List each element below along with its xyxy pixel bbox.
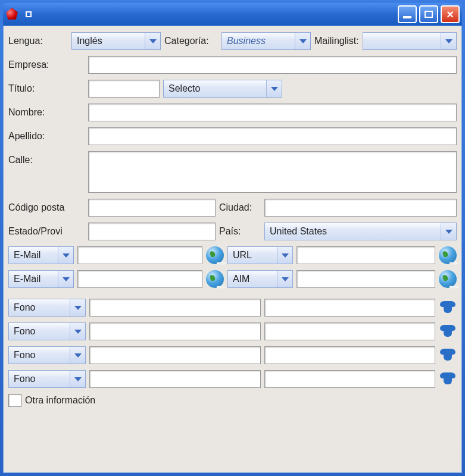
phone3-type-select[interactable]: Fono <box>8 346 86 364</box>
title-input[interactable] <box>88 80 160 98</box>
state-input[interactable] <box>88 223 216 240</box>
phone3-input[interactable] <box>89 346 261 364</box>
mailinglist-select[interactable] <box>363 32 457 50</box>
title-label: Título: <box>8 83 85 94</box>
salutation-value: Selecto <box>164 83 266 94</box>
country-select[interactable]: United States <box>264 223 457 240</box>
globe-icon[interactable] <box>206 246 224 264</box>
globe-icon[interactable] <box>439 246 457 264</box>
phone1-input[interactable] <box>89 299 261 317</box>
name-label: Nombre: <box>8 107 85 118</box>
phone-icon[interactable] <box>439 300 457 315</box>
category-label: Categoría: <box>164 36 218 46</box>
contact1-type-select[interactable]: E-Mail <box>8 246 74 264</box>
city-input[interactable] <box>264 199 457 217</box>
company-label: Empresa: <box>8 60 85 70</box>
chevron-down-icon <box>70 371 85 387</box>
country-label: País: <box>219 226 261 237</box>
country-value: United States <box>265 226 441 237</box>
chevron-down-icon <box>441 33 456 49</box>
contact2-input[interactable] <box>77 270 202 288</box>
street-label: Calle: <box>8 151 85 165</box>
minimize-button[interactable] <box>398 5 417 23</box>
globe-icon[interactable] <box>206 270 224 288</box>
state-label: Estado/Provi <box>8 226 85 237</box>
close-button[interactable]: × <box>441 5 460 23</box>
city-label: Ciudad: <box>219 202 261 213</box>
postalcode-input[interactable] <box>88 199 216 217</box>
chevron-down-icon <box>266 80 282 97</box>
phone-icon[interactable] <box>439 347 457 363</box>
contact1b-input[interactable] <box>297 246 435 264</box>
chevron-down-icon <box>70 299 85 316</box>
contact2b-type-select[interactable]: AIM <box>227 270 293 288</box>
phone2-type-select[interactable]: Fono <box>8 322 86 340</box>
chevron-down-icon <box>277 271 292 287</box>
phone-icon[interactable] <box>439 371 457 387</box>
phone3b-input[interactable] <box>264 346 436 364</box>
globe-icon[interactable] <box>439 270 457 288</box>
chevron-down-icon <box>145 33 160 49</box>
contact2b-input[interactable] <box>297 270 435 288</box>
contact1-input[interactable] <box>77 246 202 264</box>
phone4-type-select[interactable]: Fono <box>8 370 86 388</box>
chevron-down-icon <box>58 247 73 264</box>
company-input[interactable] <box>88 56 457 74</box>
chevron-down-icon <box>441 223 456 240</box>
titlebar[interactable]: × <box>3 3 462 26</box>
street-input[interactable] <box>88 151 457 193</box>
window-frame: × Lengua: Inglés Categoría: Business Mai… <box>0 0 465 476</box>
phone1b-input[interactable] <box>264 299 436 317</box>
chevron-down-icon <box>70 323 85 340</box>
postalcode-label: Código posta <box>8 202 85 213</box>
chevron-down-icon <box>58 271 73 287</box>
category-value: Business <box>222 36 295 46</box>
mailinglist-label: Mailinglist: <box>314 36 359 46</box>
chevron-down-icon <box>277 247 292 264</box>
maximize-button[interactable] <box>419 5 438 23</box>
contact1b-type-select[interactable]: URL <box>227 246 293 264</box>
lastname-input[interactable] <box>88 127 457 145</box>
app-icon <box>5 8 18 21</box>
salutation-select[interactable]: Selecto <box>163 80 282 98</box>
client-area: Lengua: Inglés Categoría: Business Maili… <box>3 26 462 473</box>
phone2-input[interactable] <box>89 322 261 340</box>
phone4-input[interactable] <box>89 370 261 388</box>
otherinfo-label: Otra información <box>25 395 95 406</box>
phone4b-input[interactable] <box>264 370 436 388</box>
language-value: Inglés <box>72 36 145 46</box>
otherinfo-checkbox[interactable] <box>8 394 21 407</box>
language-label: Lengua: <box>8 36 68 46</box>
contact2-type-select[interactable]: E-Mail <box>8 270 74 288</box>
name-input[interactable] <box>88 104 457 121</box>
chevron-down-icon <box>295 33 310 49</box>
phone1-type-select[interactable]: Fono <box>8 299 86 317</box>
titlebar-menu-icon[interactable] <box>26 11 32 17</box>
phone2b-input[interactable] <box>264 322 436 340</box>
chevron-down-icon <box>70 347 85 364</box>
category-select[interactable]: Business <box>221 32 311 50</box>
language-select[interactable]: Inglés <box>71 32 161 50</box>
phone-icon[interactable] <box>439 324 457 339</box>
lastname-label: Apellido: <box>8 131 85 142</box>
